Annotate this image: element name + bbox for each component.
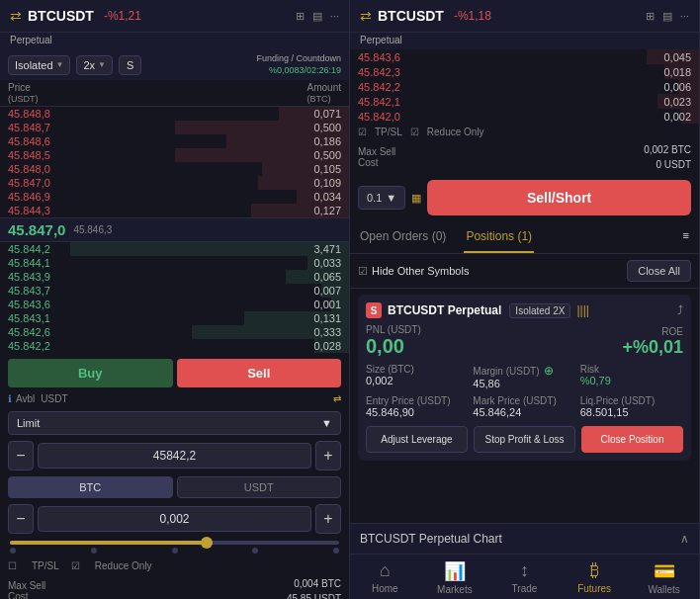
ask-row[interactable]: 45.848,0 0,105: [0, 162, 349, 176]
margin-plus-icon[interactable]: ⊕: [544, 364, 554, 378]
slider-track[interactable]: [10, 541, 339, 545]
adjust-leverage-button[interactable]: Adjust Leverage: [366, 426, 468, 453]
slider-dots: [10, 548, 339, 554]
s-badge: S: [119, 55, 141, 75]
hide-symbols-row: ☑ Hide Other Symbols Close All: [350, 254, 699, 289]
right-nav-wallets[interactable]: 💳 Wallets: [629, 560, 699, 595]
right-nav-futures[interactable]: ₿ Futures: [560, 560, 630, 595]
leverage-select[interactable]: 2x ▼: [76, 55, 113, 75]
entry-label: Entry Price (USDT): [366, 395, 469, 406]
right-header: ⇄ BTCUSDT -%1,18 ⊞ ▤ ···: [350, 0, 699, 33]
pos-pair: BTCUSDT Perpetual: [388, 303, 501, 317]
close-position-button[interactable]: Close Position: [581, 426, 683, 453]
right-grid-icon[interactable]: ⊞: [646, 10, 655, 23]
right-ask-row[interactable]: 45.843,6 0,045: [350, 49, 699, 64]
right-home-icon: ⌂: [380, 560, 391, 581]
grid-icon[interactable]: ⊞: [296, 10, 305, 23]
right-chart-footer[interactable]: BTCUSDT Perpetual Chart ∧: [350, 523, 699, 554]
right-ask-row[interactable]: 45.842,0 0,002: [350, 109, 699, 124]
ask-row[interactable]: 45.848,5 0,500: [0, 148, 349, 162]
bid-row[interactable]: 45.843,7 0,007: [0, 284, 349, 298]
right-list-icon[interactable]: ▤: [662, 10, 672, 23]
left-controls: Isolated ▼ 2x ▼ S Funding / Countdown %0…: [0, 49, 349, 80]
sell-tab[interactable]: Sell: [177, 359, 342, 387]
price-increase-btn[interactable]: +: [315, 441, 341, 471]
right-tpsl-label: TP/SL: [375, 127, 402, 137]
positions-tab[interactable]: Positions (1): [464, 221, 534, 253]
amount-decrease-btn[interactable]: −: [8, 504, 34, 534]
ask-row[interactable]: 45.848,6 0,186: [0, 134, 349, 148]
right-ask-row[interactable]: 45.842,3 0,018: [350, 64, 699, 79]
right-nav-markets-label: Markets: [437, 584, 473, 595]
right-pair-change: -%1,18: [454, 9, 491, 23]
right-nav-trade-label: Trade: [512, 583, 538, 594]
buy-sell-tabs: Buy Sell: [0, 353, 349, 389]
risk-stat: Risk %0,79: [580, 364, 683, 389]
avbl-unit: USDT: [41, 393, 67, 404]
right-nav-markets[interactable]: 📊 Markets: [420, 560, 490, 595]
right-pair-name: BTCUSDT: [378, 8, 444, 24]
short-icon: S: [366, 302, 382, 318]
right-asks: 45.843,6 0,045 45.842,3 0,018 45.842,2 0…: [350, 49, 699, 124]
pos-badge: Isolated 2X: [509, 303, 570, 318]
slider-dot: [252, 548, 258, 554]
pnl-roe-row: PNL (USDT) 0,00 ROE +%0,01: [366, 324, 683, 358]
stop-profit-loss-button[interactable]: Stop Profit & Loss: [474, 426, 575, 453]
order-type-select[interactable]: Limit ▼: [8, 411, 341, 435]
amount-increase-btn[interactable]: +: [315, 504, 341, 534]
entry-stat: Entry Price (USDT) 45.846,90: [366, 395, 469, 418]
bid-row[interactable]: 45.843,9 0,065: [0, 270, 349, 284]
position-card: S BTCUSDT Perpetual Isolated 2X |||| ⤴ P…: [358, 295, 691, 461]
more-icon[interactable]: ···: [330, 10, 339, 23]
buy-tab[interactable]: Buy: [8, 359, 173, 387]
right-wallets-icon: 💳: [654, 560, 675, 582]
transfer-icon[interactable]: ⇄: [333, 393, 341, 404]
right-ask-row[interactable]: 45.842,1 0,023: [350, 94, 699, 109]
bid-row[interactable]: 45.842,2 0,028: [0, 339, 349, 353]
right-nav-trade[interactable]: ↕ Trade: [489, 560, 560, 595]
right-more-icon[interactable]: ···: [680, 10, 689, 23]
isolated-select[interactable]: Isolated ▼: [8, 55, 70, 75]
usdt-tab[interactable]: USDT: [177, 476, 342, 498]
slider-dot: [10, 548, 16, 554]
bid-row[interactable]: 45.844,1 0,033: [0, 256, 349, 270]
ask-row[interactable]: 45.846,9 0,034: [0, 190, 349, 204]
ask-row[interactable]: 45.844,3 0,127: [0, 204, 349, 217]
list-view-icon[interactable]: ≡: [681, 221, 691, 253]
mid-sub: 45.846,3: [73, 224, 112, 235]
right-chart-icon[interactable]: ▦: [411, 192, 421, 205]
right-tpsl-check[interactable]: ☑: [358, 127, 367, 137]
right-nav-home[interactable]: ⌂ Home: [350, 560, 420, 595]
price-input[interactable]: [38, 443, 311, 469]
left-pair-change: -%1,21: [104, 9, 141, 23]
right-ask-row[interactable]: 45.842,2 0,006: [350, 79, 699, 94]
tpsl-checkbox[interactable]: ☐: [8, 560, 17, 571]
price-decrease-btn[interactable]: −: [8, 441, 34, 471]
risk-label: Risk: [580, 364, 683, 375]
right-sell-short-button[interactable]: Sell/Short: [427, 180, 691, 215]
reduce-only-checkbox[interactable]: ☑: [71, 560, 80, 571]
ask-row[interactable]: 45.848,7 0,500: [0, 121, 349, 134]
amount-input[interactable]: [38, 506, 311, 532]
btc-tab[interactable]: BTC: [8, 476, 173, 498]
order-type-arrow: ▼: [321, 417, 332, 429]
avbl-row: ℹ Avbl USDT ⇄: [0, 389, 349, 408]
bid-row[interactable]: 45.843,6 0,001: [0, 298, 349, 311]
right-qty-select[interactable]: 0.1 ▼: [358, 186, 405, 210]
bid-row[interactable]: 45.843,1 0,131: [0, 311, 349, 325]
open-orders-tab[interactable]: Open Orders (0): [358, 221, 448, 253]
currency-tabs: BTC USDT: [0, 473, 349, 501]
list-icon[interactable]: ▤: [312, 10, 322, 23]
slider-row[interactable]: [0, 537, 349, 557]
ask-row[interactable]: 45.847,0 0,109: [0, 176, 349, 190]
order-type-row: Limit ▼: [0, 408, 349, 438]
risk-val: %0,79: [580, 375, 683, 386]
slider-dot: [172, 548, 178, 554]
hide-check[interactable]: ☑: [358, 265, 368, 278]
share-icon[interactable]: ⤴: [677, 303, 683, 317]
ask-row[interactable]: 45.848,8 0,071: [0, 107, 349, 121]
bid-row[interactable]: 45.842,6 0,333: [0, 325, 349, 339]
bid-row[interactable]: 45.844,2 3,471: [0, 242, 349, 256]
close-all-button[interactable]: Close All: [627, 260, 691, 282]
right-reduce-check[interactable]: ☑: [410, 127, 419, 137]
